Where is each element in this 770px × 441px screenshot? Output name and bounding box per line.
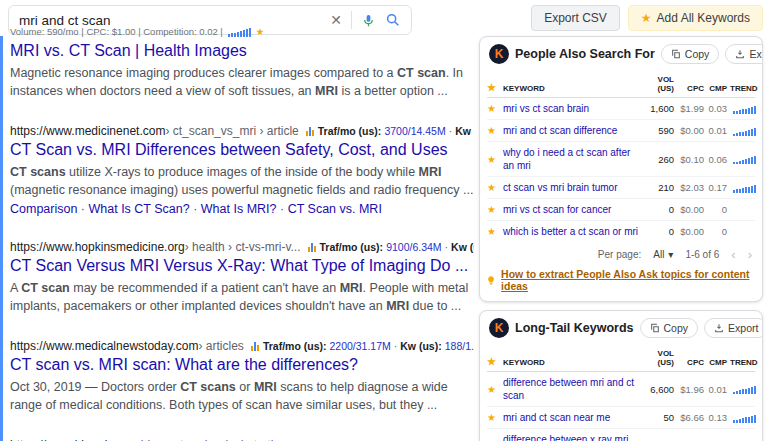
- result-description: A CT scan may be recommended if a patien…: [10, 279, 474, 315]
- star-icon[interactable]: ★: [256, 26, 265, 37]
- keywords-everywhere-logo-icon: K: [489, 318, 509, 338]
- traffic-chart-icon: [251, 342, 259, 351]
- trend-sparkline: [730, 104, 756, 114]
- trend-sparkline: [228, 27, 251, 37]
- next-page-icon[interactable]: ›: [748, 248, 752, 261]
- result-title[interactable]: MRI vs. CT Scan | Health Images: [10, 41, 474, 61]
- sitelinks: Comparison · What Is CT Scan? · What Is …: [10, 202, 474, 216]
- traffic-value-link[interactable]: 2200/31.17M: [329, 340, 390, 352]
- star-icon[interactable]: ★: [487, 103, 500, 114]
- result-title[interactable]: CT Scan vs. MRI Differences between Safe…: [10, 140, 474, 160]
- keyword-link[interactable]: ct scan vs mri brain tumor: [503, 181, 641, 194]
- search-result: https://www.medicalnewstoday.com › artic…: [10, 339, 474, 414]
- keyword-table: ★ KEYWORD VOL(US) CPC CMP TREND ★ mri vs…: [480, 70, 762, 242]
- help-link-row: How to extract People Also Ask topics fo…: [480, 265, 762, 301]
- keyword-row: ★ ct scan vs mri brain tumor 210 $2.03 0…: [487, 177, 755, 199]
- keywords-everywhere-logo-icon: K: [489, 44, 509, 64]
- traffic-value-link[interactable]: 3700/14.45M: [384, 125, 445, 137]
- trend-sparkline: [730, 205, 756, 215]
- trend-sparkline: [730, 384, 756, 394]
- keyword-table: ★ KEYWORD VOL(US) CPC CMP TREND ★ differ…: [480, 344, 762, 441]
- panel-title: Long-Tail Keywords: [515, 321, 634, 335]
- star-icon[interactable]: ★: [487, 182, 500, 193]
- star-icon[interactable]: ★: [487, 204, 500, 215]
- keyword-row: ★ why do i need a ct scan after an mri 2…: [487, 142, 755, 177]
- panel-header: K Long-Tail Keywords Copy Export ✕: [480, 311, 762, 344]
- trend-sparkline: [730, 183, 756, 193]
- pagination-bar: Per page: All ▾ 1-6 of 6 ‹ ›: [480, 242, 762, 265]
- star-icon: ★: [487, 82, 500, 93]
- panel-header: K People Also Search For Copy Export ✕: [480, 37, 762, 70]
- copy-icon: [650, 323, 660, 333]
- export-csv-button[interactable]: Export CSV: [531, 5, 620, 31]
- keyword-link[interactable]: difference between mri and ct scan: [503, 376, 641, 402]
- sitelink[interactable]: What Is MRI?: [201, 202, 277, 216]
- breadcrumb: › health › ct-vs-mri-v...: [185, 240, 301, 254]
- add-all-keywords-button[interactable]: ★ Add All Keywords: [628, 5, 763, 31]
- star-icon[interactable]: ★: [487, 226, 500, 237]
- result-url-line: https://www.medicalnewstoday.com › artic…: [10, 339, 474, 353]
- keyword-row: ★ difference between mri and ct scan 6,6…: [487, 372, 755, 407]
- clear-search-icon[interactable]: ✕: [330, 13, 342, 27]
- lightbulb-icon: [486, 275, 496, 286]
- help-link[interactable]: How to extract People Also Ask topics fo…: [501, 268, 756, 292]
- result-description: Oct 30, 2019 — Doctors order CT scans or…: [10, 378, 474, 414]
- star-icon[interactable]: ★: [487, 154, 500, 165]
- sitelink[interactable]: Comparison: [10, 202, 77, 216]
- keyword-link[interactable]: which is better a ct scan or mri: [503, 225, 641, 238]
- sitelink[interactable]: CT Scan vs. MRI: [288, 202, 382, 216]
- trend-sparkline: [730, 413, 756, 423]
- breadcrumb: › ct_scan_vs_mri › article: [165, 124, 298, 138]
- traffic-value-link[interactable]: 9100/6.34M: [386, 241, 441, 253]
- export-icon: [735, 49, 745, 59]
- star-icon[interactable]: ★: [487, 125, 500, 136]
- per-page-select[interactable]: All ▾: [653, 249, 673, 260]
- prev-page-icon[interactable]: ‹: [731, 248, 735, 261]
- mic-icon[interactable]: [361, 13, 376, 28]
- chevron-down-icon: ▾: [668, 249, 673, 260]
- search-results: MRI vs. CT Scan | Health Images Magnetic…: [10, 40, 474, 441]
- keyword-link[interactable]: difference between x ray mri and ct scan: [503, 433, 641, 441]
- copy-button[interactable]: Copy: [640, 318, 699, 338]
- keyword-row: ★ mri and ct scan near me 50 $6.66 0.13: [487, 407, 755, 429]
- result-url[interactable]: https://www.medicinenet.com: [10, 124, 165, 138]
- breadcrumb: › articles: [199, 339, 244, 353]
- result-url-line: https://www.medicinenet.com › ct_scan_vs…: [10, 124, 474, 138]
- star-icon: ★: [641, 11, 652, 25]
- keyword-metrics-text: Volume: 590/mo | CPC: $1.00 | Competitio…: [10, 26, 223, 37]
- keyword-link[interactable]: why do i need a ct scan after an mri: [503, 146, 641, 172]
- table-header: ★ KEYWORD VOL(US) CPC CMP TREND: [487, 344, 755, 372]
- result-title[interactable]: CT Scan Versus MRI Versus X-Ray: What Ty…: [10, 256, 474, 276]
- ke-traffic-stats: Traf/mo (us): 3700/14.45M · Kw (us): 305…: [306, 125, 474, 137]
- export-icon: [714, 323, 724, 333]
- copy-button[interactable]: Copy: [661, 44, 720, 64]
- keyword-link[interactable]: mri and ct scan near me: [503, 411, 641, 424]
- extension-accent-strip: [0, 36, 3, 441]
- export-button[interactable]: Export: [704, 318, 763, 338]
- search-icon[interactable]: [385, 12, 401, 28]
- result-url[interactable]: https://www.hopkinsmedicine.org: [10, 240, 185, 254]
- search-result: MRI vs. CT Scan | Health Images Magnetic…: [10, 41, 474, 100]
- result-url[interactable]: https://www.medicalnewstoday.com: [10, 339, 199, 353]
- keyword-link[interactable]: mri vs ct scan brain: [503, 102, 641, 115]
- traffic-chart-icon: [306, 127, 314, 136]
- keyword-link[interactable]: mri and ct scan difference: [503, 124, 641, 137]
- keywords-value-link[interactable]: 188/1.33M: [445, 340, 474, 352]
- keyword-metrics-bar: Volume: 590/mo | CPC: $1.00 | Competitio…: [10, 26, 264, 37]
- trend-sparkline: [730, 126, 756, 136]
- keyword-link[interactable]: mri vs ct scan for cancer: [503, 203, 641, 216]
- trend-sparkline: [730, 154, 756, 164]
- export-button[interactable]: Export: [725, 44, 763, 64]
- star-icon[interactable]: ★: [487, 384, 500, 395]
- toolbar: Export CSV ★ Add All Keywords: [531, 5, 763, 31]
- result-description: CT scans utilize X-rays to produce image…: [10, 163, 474, 199]
- keywords-everywhere-widgets: K People Also Search For Copy Export ✕ ★…: [479, 36, 763, 441]
- sitelink[interactable]: What Is CT Scan?: [89, 202, 190, 216]
- people-also-search-panel: K People Also Search For Copy Export ✕ ★…: [479, 36, 763, 302]
- trend-sparkline: [730, 227, 756, 237]
- star-icon[interactable]: ★: [487, 412, 500, 423]
- ke-traffic-stats: Traf/mo (us): 2200/31.17M · Kw (us): 188…: [251, 340, 474, 352]
- table-header: ★ KEYWORD VOL(US) CPC CMP TREND: [487, 70, 755, 98]
- result-title[interactable]: CT scan vs. MRI scan: What are the diffe…: [10, 355, 474, 375]
- keyword-row: ★ which is better a ct scan or mri 0 $0.…: [487, 221, 755, 242]
